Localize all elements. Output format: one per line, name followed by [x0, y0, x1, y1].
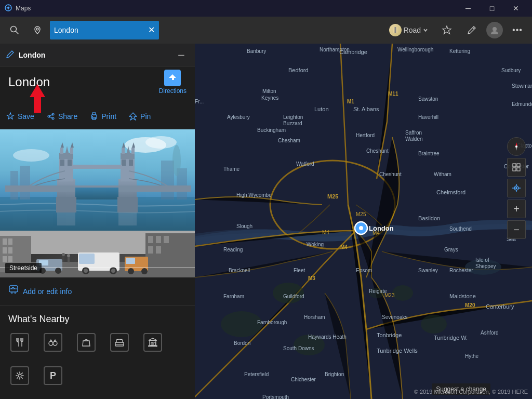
- search-icon: [10, 25, 19, 35]
- museum-icon: [143, 333, 162, 352]
- streetside-thumbnail[interactable]: Streetside: [0, 231, 195, 277]
- main-location-image[interactable]: [0, 129, 195, 231]
- svg-rect-37: [129, 159, 133, 166]
- svg-rect-191: [513, 168, 516, 171]
- location-sidebar: London ─ London Directions: [0, 44, 195, 399]
- edit-icon: [6, 50, 15, 60]
- svg-rect-46: [75, 188, 118, 200]
- add-edit-info-row[interactable]: Add or edit info: [0, 277, 195, 305]
- svg-text:Fr...: Fr...: [195, 99, 204, 104]
- svg-rect-61: [8, 256, 12, 262]
- maximize-button[interactable]: □: [480, 0, 504, 17]
- grid-icon: [512, 163, 521, 172]
- svg-rect-64: [156, 236, 161, 243]
- services-icon: [10, 366, 29, 385]
- more-options-button[interactable]: •••: [507, 20, 528, 41]
- nearby-food-button[interactable]: [8, 331, 31, 354]
- map-area[interactable]: M25 M1 M11 M4 M3 M4 M20 M23 M25 M4 Cambr…: [195, 44, 532, 399]
- location-button[interactable]: [507, 179, 526, 197]
- svg-text:Grays: Grays: [444, 247, 458, 252]
- svg-rect-11: [92, 113, 96, 115]
- svg-text:Basildon: Basildon: [418, 215, 440, 221]
- svg-text:M4: M4: [340, 244, 348, 250]
- svg-text:Farnham: Farnham: [223, 294, 244, 299]
- svg-text:M3: M3: [308, 275, 315, 281]
- pin-button[interactable]: Pin: [123, 108, 157, 125]
- svg-rect-94: [154, 342, 155, 345]
- pin-icon: [129, 112, 137, 121]
- svg-text:M25: M25: [327, 193, 338, 200]
- nearby-museum-button[interactable]: [141, 331, 164, 354]
- zoom-out-button[interactable]: −: [507, 220, 526, 239]
- svg-rect-93: [151, 342, 153, 345]
- user-avatar[interactable]: [486, 22, 503, 38]
- add-info-icon: [8, 285, 19, 298]
- svg-text:Thame: Thame: [223, 166, 240, 172]
- svg-text:London: London: [369, 224, 394, 232]
- svg-text:Portsmouth: Portsmouth: [262, 394, 289, 399]
- svg-point-13: [92, 116, 93, 117]
- print-button[interactable]: Print: [84, 108, 123, 125]
- search-clear-button[interactable]: ✕: [148, 26, 155, 34]
- svg-text:Horsham: Horsham: [304, 314, 325, 320]
- svg-rect-27: [68, 159, 72, 166]
- ink-button[interactable]: [461, 20, 482, 41]
- svg-rect-21: [161, 161, 174, 200]
- svg-rect-66: [148, 246, 153, 254]
- svg-text:Milton: Milton: [262, 88, 276, 94]
- window-controls: ─ □ ✕: [456, 0, 528, 17]
- svg-text:Epsom: Epsom: [356, 268, 372, 273]
- main-toolbar: ✕ Road: [0, 17, 532, 44]
- minimize-button[interactable]: ─: [456, 0, 480, 17]
- search-input[interactable]: [54, 26, 145, 34]
- svg-text:Cheshunt: Cheshunt: [379, 171, 402, 177]
- favorites-button[interactable]: [27, 20, 48, 41]
- svg-text:Chesham: Chesham: [278, 138, 300, 143]
- svg-point-89: [53, 341, 57, 345]
- nearby-parking-button[interactable]: P: [42, 364, 64, 387]
- svg-text:M20: M20: [465, 302, 475, 308]
- directions-button[interactable]: Directions: [159, 70, 187, 95]
- svg-text:Reigate: Reigate: [369, 288, 387, 294]
- compass-button[interactable]: [507, 137, 526, 156]
- svg-line-3: [16, 31, 18, 34]
- svg-text:Hertford: Hertford: [356, 132, 375, 138]
- svg-text:Tonbridge: Tonbridge: [377, 332, 402, 338]
- svg-rect-189: [513, 164, 516, 167]
- map-grid-button[interactable]: [507, 158, 526, 177]
- svg-rect-47: [5, 185, 57, 192]
- bed-icon: [114, 337, 125, 348]
- close-button[interactable]: ✕: [504, 0, 528, 17]
- nearby-hotel-button[interactable]: [108, 331, 131, 354]
- svg-text:Fleet: Fleet: [294, 268, 305, 273]
- svg-rect-48: [137, 185, 191, 192]
- panel-minimize-button[interactable]: ─: [174, 48, 189, 62]
- svg-text:South Downs: South Downs: [283, 345, 314, 351]
- my-location-icon: [512, 183, 521, 193]
- svg-text:Chichester: Chichester: [291, 377, 316, 382]
- pen-icon: [467, 25, 477, 35]
- svg-rect-85: [68, 257, 70, 262]
- svg-rect-40: [131, 148, 135, 154]
- svg-text:Bedford: Bedford: [288, 67, 309, 73]
- tower-bridge-svg: [0, 129, 195, 231]
- road-type-label: Road: [404, 26, 421, 34]
- svg-text:Isle of: Isle of: [475, 257, 489, 263]
- print-icon: [90, 112, 98, 121]
- svg-text:Swanley: Swanley: [418, 268, 438, 273]
- directions-icon: [164, 70, 181, 86]
- favorites-star-button[interactable]: [436, 20, 457, 41]
- whats-nearby-section: What's Nearby: [0, 305, 195, 395]
- nearby-services-button[interactable]: [8, 364, 31, 387]
- svg-text:Watford: Watford: [296, 161, 314, 167]
- svg-text:Slough: Slough: [236, 223, 252, 229]
- map-type-selector[interactable]: Road: [385, 22, 432, 38]
- nearby-sightseeing-button[interactable]: [42, 331, 64, 354]
- ellipsis-icon: •••: [512, 25, 523, 35]
- nearby-shopping-button[interactable]: [75, 331, 98, 354]
- building-icon: [148, 337, 158, 348]
- svg-point-84: [62, 253, 65, 256]
- zoom-in-button[interactable]: +: [507, 200, 526, 218]
- search-button[interactable]: [4, 20, 25, 41]
- svg-rect-60: [3, 256, 7, 262]
